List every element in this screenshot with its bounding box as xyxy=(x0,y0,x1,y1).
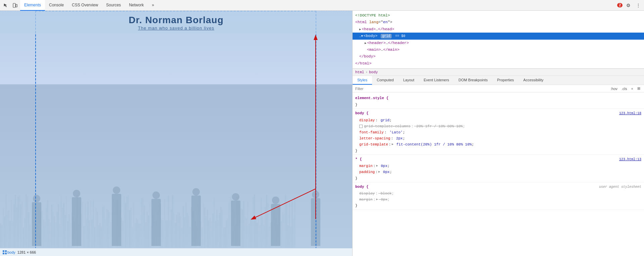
cls-button[interactable]: .cls xyxy=(620,86,628,91)
tab-dom-breakpoints[interactable]: DOM Breakpoints xyxy=(454,76,493,85)
styles-section: Styles Computed Layout Event Listeners D… xyxy=(353,76,644,256)
dom-tree: <!DOCTYPE html> <html lang="en"> ▶<head>… xyxy=(353,11,644,69)
svg-rect-1 xyxy=(16,4,17,7)
css-checkbox-grid-cols[interactable] xyxy=(359,125,363,128)
css-rule-body-ua: body { user agent stylesheet display: bl… xyxy=(353,182,644,210)
page-title: Dr. Norman Borlaug xyxy=(0,15,352,26)
css-rule-star: * { 123.html:13 margin: ► 0px; padding: … xyxy=(353,155,644,182)
css-rule-body-1: body { 123.html:18 display: grid; grid-t… xyxy=(353,109,644,155)
person-3 xyxy=(151,191,161,246)
person-7 xyxy=(311,191,320,246)
toolbar-right: 2 ⚙ ⋮ xyxy=(617,1,643,10)
dom-line-header[interactable]: ▶<header>…</header> xyxy=(353,40,644,46)
expand-grid-template[interactable]: ► xyxy=(392,142,393,147)
breadcrumb-bar: html › body xyxy=(353,69,644,76)
page-header: Dr. Norman Borlaug The man who saved a b… xyxy=(0,11,352,33)
add-style-button[interactable]: + xyxy=(630,86,634,91)
expand-margin[interactable]: ► xyxy=(376,164,378,169)
dom-line-head[interactable]: ▶<head>…</head> xyxy=(353,26,644,33)
css-closing-2: } xyxy=(353,148,644,154)
css-closing-1: } xyxy=(353,102,644,108)
ua-stylesheet-label: user agent stylesheet xyxy=(599,184,641,190)
settings-button[interactable]: ⚙ xyxy=(624,1,633,10)
hov-button[interactable]: :hov xyxy=(609,86,618,91)
more-options-button[interactable]: ⋮ xyxy=(634,1,643,10)
svg-rect-6 xyxy=(5,250,7,252)
tab-layout[interactable]: Layout xyxy=(399,76,419,85)
filter-input[interactable] xyxy=(355,87,607,91)
filter-bar: :hov .cls + ⊞ xyxy=(353,85,644,92)
error-badge: 2 xyxy=(617,3,623,7)
selector-body-ua[interactable]: body { xyxy=(355,184,369,190)
grid-status-label: body xyxy=(7,250,15,254)
css-prop-display: display: grid; xyxy=(353,117,644,123)
webpage-preview: Dr. Norman Borlaug The man who saved a b… xyxy=(0,11,353,256)
source-body-1[interactable]: 123.html:18 xyxy=(619,111,641,117)
person-2 xyxy=(112,186,121,246)
tab-network[interactable]: Network xyxy=(125,0,148,11)
selector-element-style[interactable]: element.style { xyxy=(355,95,388,101)
tab-more[interactable]: » xyxy=(148,0,158,11)
selector-star[interactable]: * { xyxy=(355,156,362,162)
tab-sources[interactable]: Sources xyxy=(102,0,125,11)
styles-tabs: Styles Computed Layout Event Listeners D… xyxy=(353,76,644,85)
css-rules: element.style { } body { 123.html:18 dis… xyxy=(353,92,644,256)
expand-padding[interactable]: ► xyxy=(378,170,380,175)
body-class-badge: grid xyxy=(381,34,392,38)
tab-computed[interactable]: Computed xyxy=(372,76,399,85)
main-container: Dr. Norman Borlaug The man who saved a b… xyxy=(0,11,644,256)
tab-console[interactable]: Console xyxy=(45,0,68,11)
svg-rect-5 xyxy=(3,250,4,252)
dom-line-body[interactable]: …▼<body> grid == $0 xyxy=(353,33,644,39)
devtools-panel: <!DOCTYPE html> <html lang="en"> ▶<head>… xyxy=(353,11,644,256)
person-0 xyxy=(32,195,41,246)
tab-accessibility[interactable]: Accessibility xyxy=(519,76,548,85)
tab-event-listeners[interactable]: Event Listeners xyxy=(419,76,454,85)
dom-line-html-close[interactable]: </html> xyxy=(353,60,644,67)
page-subtitle: The man who saved a billion lives xyxy=(0,26,352,31)
css-prop-grid-template-columns: grid-template-columns: 20% 1fr / 10% 80%… xyxy=(353,123,644,129)
element-dimensions: 1281 × 666 xyxy=(17,250,36,254)
status-bar: body 1281 × 666 xyxy=(0,248,352,256)
selector-body-1[interactable]: body { xyxy=(355,110,369,116)
dom-line-body-close[interactable]: </body> xyxy=(353,53,644,60)
css-prop-margin: margin: ► 0px; xyxy=(353,163,644,169)
tab-css-overview[interactable]: CSS Overview xyxy=(68,0,102,11)
svg-rect-8 xyxy=(5,253,7,254)
css-closing-4: } xyxy=(353,203,644,209)
dom-line-html[interactable]: <html lang="en"> xyxy=(353,19,644,26)
css-prop-letter-spacing: letter-spacing: 2px; xyxy=(353,135,644,141)
tab-properties[interactable]: Properties xyxy=(492,76,518,85)
css-prop-grid-template: grid-template: ► fit-content(20%) 1fr / … xyxy=(353,141,644,147)
css-prop-display-ua: display: block; xyxy=(353,190,644,197)
svg-rect-7 xyxy=(3,253,4,254)
devtools-toolbar: Elements Console CSS Overview Sources Ne… xyxy=(0,0,644,11)
css-closing-3: } xyxy=(353,175,644,181)
breadcrumb-html[interactable]: html xyxy=(355,70,364,74)
breadcrumb-body[interactable]: body xyxy=(369,70,378,74)
person-6 xyxy=(271,197,280,246)
tab-elements[interactable]: Elements xyxy=(20,0,45,11)
person-5 xyxy=(231,193,240,246)
inspect-element-button[interactable] xyxy=(1,1,10,10)
css-prop-padding: padding: ► 0px; xyxy=(353,169,644,175)
expand-margin-ua[interactable]: ► xyxy=(376,197,378,202)
filter-actions: :hov .cls + ⊞ xyxy=(609,86,641,91)
tab-styles[interactable]: Styles xyxy=(353,76,372,85)
devtools-tab-bar: Elements Console CSS Overview Sources Ne… xyxy=(20,0,616,11)
css-prop-font-family: font-family: 'Lato'; xyxy=(353,129,644,135)
css-rule-element-style: element.style { } xyxy=(353,94,644,109)
source-star[interactable]: 123.html:13 xyxy=(619,157,641,163)
grid-status-icon: body xyxy=(3,250,15,254)
person-4 xyxy=(191,188,201,246)
dom-line-doctype[interactable]: <!DOCTYPE html> xyxy=(353,12,644,19)
person-1 xyxy=(72,190,81,246)
svg-rect-0 xyxy=(13,3,15,7)
css-prop-margin-ua: margin: ► 8px; xyxy=(353,197,644,203)
device-toolbar-button[interactable] xyxy=(11,1,19,10)
dom-line-main[interactable]: <main>…</main> xyxy=(353,46,644,53)
people-area xyxy=(17,145,335,246)
grid-view-button[interactable]: ⊞ xyxy=(636,86,641,91)
webpage-content: Dr. Norman Borlaug The man who saved a b… xyxy=(0,11,352,256)
